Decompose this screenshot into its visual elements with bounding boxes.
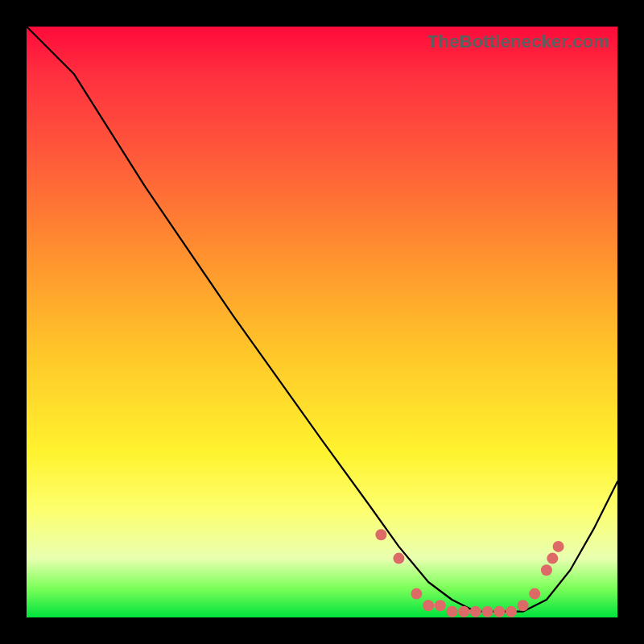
plot-area: TheBottlenecker.com xyxy=(27,27,617,617)
marker-dot xyxy=(458,606,469,617)
marker-dot xyxy=(547,553,558,564)
chart-svg xyxy=(27,27,617,617)
marker-dot xyxy=(411,588,422,600)
marker-dot xyxy=(393,553,404,564)
marker-dot xyxy=(541,564,552,576)
marker-dot xyxy=(553,541,564,552)
marker-dot xyxy=(375,529,386,540)
marker-dot xyxy=(529,588,540,600)
marker-dot xyxy=(518,600,529,611)
marker-dot xyxy=(482,606,493,617)
marker-dot xyxy=(423,600,434,611)
marker-dot xyxy=(506,606,517,617)
marker-dot xyxy=(493,606,505,617)
highlight-dots xyxy=(375,529,564,617)
bottleneck-curve xyxy=(27,27,617,612)
chart-frame: TheBottlenecker.com xyxy=(0,0,644,644)
marker-dot xyxy=(435,600,446,611)
marker-dot xyxy=(470,606,481,617)
marker-dot xyxy=(447,606,458,617)
